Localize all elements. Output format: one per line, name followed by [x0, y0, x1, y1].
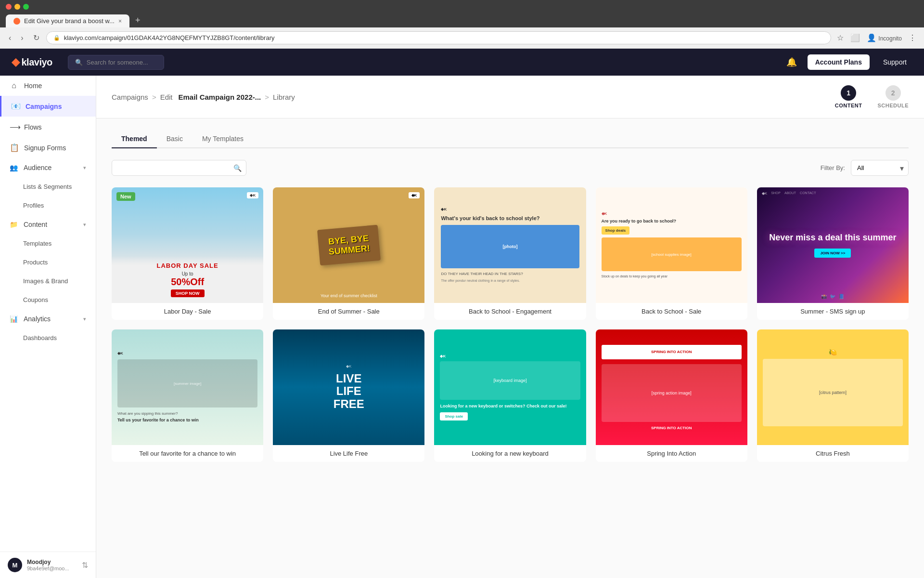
app-logo: ◆ klaviyo	[12, 56, 52, 68]
topnav: ◆ klaviyo 🔍 Search for someone... 🔔 Acco…	[0, 49, 924, 76]
active-tab[interactable]: Edit Give your brand a boost w... ×	[6, 14, 129, 27]
close-window-btn[interactable]	[6, 4, 12, 10]
template-label: Tell our favorite for a chance to win	[112, 445, 263, 462]
coupons-label: Coupons	[23, 296, 48, 303]
back-btn[interactable]: ‹	[6, 32, 14, 44]
star-btn[interactable]: ☆	[835, 31, 846, 44]
template-tabs: Themed Basic My Templates	[112, 130, 909, 148]
logo-text: klaviyo	[22, 57, 52, 68]
products-label: Products	[23, 259, 48, 266]
expand-icon[interactable]: ⇅	[82, 561, 88, 570]
template-card-live-life[interactable]: ◆K LIVE LIFE FREE Live Life Free	[273, 329, 424, 462]
sidebar-item-label: Flows	[24, 123, 42, 131]
breadcrumb: Campaigns > Edit Email Campaign 2022-...…	[112, 93, 295, 101]
chevron-down-icon: ▾	[83, 316, 86, 322]
template-thumb: ◆K What's your kid's back to school styl…	[434, 187, 586, 303]
filter-select[interactable]: All Email SMS	[851, 160, 909, 176]
sidebar-item-campaigns[interactable]: 📧 Campaigns	[0, 96, 96, 117]
sidebar-item-coupons[interactable]: Coupons	[8, 290, 96, 309]
address-bar[interactable]: 🔒 klaviyo.com/campaign/01GDAK4A2YG8NQEFM…	[46, 31, 831, 44]
support-btn[interactable]: Support	[877, 54, 912, 70]
template-card-end-summer[interactable]: BYE, BYE SUMMER! Your end of summer chec…	[273, 187, 424, 320]
account-plans-btn[interactable]: Account Plans	[808, 54, 870, 70]
template-card-summer-sms[interactable]: Never miss a deal this summer JOIN NOW >…	[757, 187, 909, 320]
template-thumb: ◆K Are you ready to go back to school? S…	[596, 187, 747, 303]
sidebar-footer: M Moodjoy 9ba4e9ef@moo... ⇅	[0, 552, 96, 578]
sidebar-item-label: Campaigns	[26, 103, 62, 110]
sidebar-item-signup-forms[interactable]: 📋 Signup Forms	[0, 137, 96, 158]
step-2-circle: 2	[886, 85, 901, 101]
audience-submenu: Lists & Segments Profiles	[0, 177, 96, 215]
maximize-window-btn[interactable]	[23, 4, 29, 10]
template-card-spring[interactable]: SPRING INTO ACTION [spring action image]…	[596, 329, 747, 462]
new-tab-btn[interactable]: +	[131, 13, 144, 27]
search-box[interactable]: 🔍 Search for someone...	[68, 55, 164, 70]
breadcrumb-campaigns[interactable]: Campaigns	[112, 93, 148, 101]
filter-right: Filter By: All Email SMS	[821, 160, 909, 176]
dashboards-label: Dashboards	[23, 334, 57, 342]
sidebar-item-home[interactable]: ⌂ Home	[0, 76, 96, 96]
tab-themed[interactable]: Themed	[112, 130, 157, 148]
sidebar-item-flows[interactable]: ⟶ Flows	[0, 117, 96, 137]
sidebar-section-content[interactable]: 📁 Content ▾	[0, 215, 96, 234]
profile-btn[interactable]: 👤 Incognito	[865, 31, 904, 44]
browser-chrome: Edit Give your brand a boost w... × +	[0, 0, 924, 27]
filter-select-wrap: All Email SMS	[851, 160, 909, 176]
tab-title: Edit Give your brand a boost w...	[24, 17, 115, 25]
template-label: Summer - SMS sign up	[757, 303, 909, 320]
flows-icon: ⟶	[10, 122, 18, 131]
minimize-window-btn[interactable]	[14, 4, 20, 10]
template-card-bts-sale[interactable]: ◆K Are you ready to go back to school? S…	[596, 187, 747, 320]
browser-toolbar: ‹ › ↻ 🔒 klaviyo.com/campaign/01GDAK4A2YG…	[0, 27, 924, 49]
breadcrumb-sep2: >	[265, 93, 269, 101]
template-card-citrus[interactable]: 🍋 [citrus pattern] Citrus Fresh	[757, 329, 909, 462]
search-box-icon: 🔍	[75, 59, 83, 66]
sidebar-item-lists-segments[interactable]: Lists & Segments	[8, 177, 96, 196]
forward-btn[interactable]: ›	[18, 32, 26, 44]
template-search-wrap: 🔍	[112, 160, 246, 176]
lists-label: Lists & Segments	[23, 183, 72, 190]
avatar: M	[8, 558, 22, 572]
filter-row: 🔍 Filter By: All Email SMS	[112, 160, 909, 176]
tab-my-templates[interactable]: My Templates	[192, 130, 253, 148]
images-label: Images & Brand	[23, 277, 68, 285]
notification-bell[interactable]: 🔔	[783, 54, 800, 70]
sidebar-item-templates[interactable]: Templates	[8, 234, 96, 253]
chevron-down-icon: ▾	[83, 222, 86, 228]
campaigns-icon: 📧	[11, 102, 20, 111]
sidebar-section-analytics[interactable]: 📊 Analytics ▾	[0, 309, 96, 328]
extensions-btn[interactable]: ⬜	[848, 31, 862, 44]
template-card-bts-eng[interactable]: ◆K What's your kid's back to school styl…	[434, 187, 586, 320]
sidebar-item-profiles[interactable]: Profiles	[8, 196, 96, 215]
sidebar-item-images-brand[interactable]: Images & Brand	[8, 272, 96, 290]
menu-btn[interactable]: ⋮	[907, 31, 918, 44]
content-label: Content	[24, 221, 47, 228]
main-content: Campaigns > Edit Email Campaign 2022-...…	[96, 76, 924, 578]
step-content: 1 CONTENT	[835, 85, 862, 108]
lock-icon: 🔒	[53, 35, 60, 41]
filter-label: Filter By:	[821, 164, 845, 171]
tab-favicon	[13, 18, 20, 25]
sidebar-item-products[interactable]: Products	[8, 253, 96, 272]
footer-info: Moodjoy 9ba4e9ef@moo...	[27, 559, 69, 571]
audience-icon: 👥	[10, 164, 18, 171]
template-search-input[interactable]	[112, 160, 246, 176]
sidebar-section-audience[interactable]: 👥 Audience ▾	[0, 158, 96, 177]
traffic-lights	[6, 4, 918, 10]
sidebar-item-dashboards[interactable]: Dashboards	[8, 328, 96, 347]
template-thumb: Never miss a deal this summer JOIN NOW >…	[757, 187, 909, 303]
template-thumb: ◆K [summer image] What are you sipping t…	[112, 329, 263, 445]
templates-label: Templates	[23, 240, 51, 247]
tab-basic[interactable]: Basic	[157, 130, 192, 148]
template-label: Spring Into Action	[596, 445, 747, 462]
template-card-keyboard[interactable]: ◆K [keyboard image] Looking for a new ke…	[434, 329, 586, 462]
refresh-btn[interactable]: ↻	[30, 31, 42, 44]
template-label: Back to School - Sale	[596, 303, 747, 320]
template-label: Live Life Free	[273, 445, 424, 462]
breadcrumb-edit: Edit	[160, 93, 173, 101]
tab-close-btn[interactable]: ×	[118, 18, 122, 25]
template-card-labor-day[interactable]: New LABOR DAY SALE Up to 50%Off SHOP NOW	[112, 187, 263, 320]
template-card-summer-fav[interactable]: ◆K [summer image] What are you sipping t…	[112, 329, 263, 462]
sidebar: ⌂ Home 📧 Campaigns ⟶ Flows 📋 Signup Form…	[0, 76, 96, 578]
library-content: Themed Basic My Templates 🔍 Filter By: A…	[96, 118, 924, 578]
